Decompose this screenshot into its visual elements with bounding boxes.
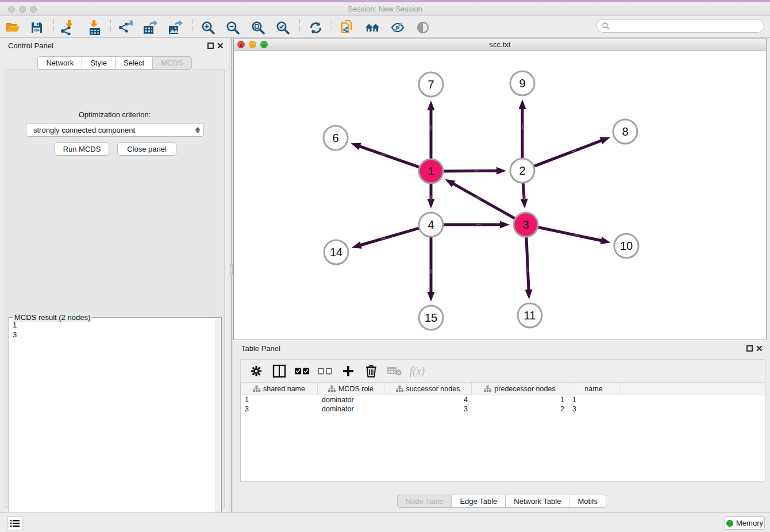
table-cell[interactable]: 1 [241, 395, 318, 404]
graph-edge-2-8[interactable] [532, 140, 603, 167]
tab-mcds[interactable]: MCDS [153, 56, 191, 70]
node-label: 7 [428, 78, 434, 91]
node-label: 14 [330, 246, 342, 259]
open-session-icon[interactable] [5, 20, 20, 35]
tab-motifs[interactable]: Motifs [569, 495, 606, 508]
close-table-panel-icon[interactable]: ✕ [756, 344, 763, 354]
column-header-predecessor-nodes[interactable]: predecessor nodes [472, 383, 568, 395]
column-header-MCDS-role[interactable]: MCDS role [318, 383, 384, 395]
hide-selected-icon[interactable] [390, 20, 405, 35]
select-stepper-icon [195, 127, 200, 133]
double-home-icon[interactable] [365, 20, 380, 35]
float-panel-icon[interactable] [207, 43, 214, 49]
mcds-result-text[interactable]: 1 3 [10, 320, 214, 532]
control-panel-title: Control Panel [8, 41, 53, 50]
graph-edge-3-10[interactable] [536, 227, 603, 241]
table-row[interactable]: 1dominator411 [241, 395, 765, 404]
table-cell[interactable]: 3 [241, 404, 318, 414]
zoom-in-icon[interactable] [201, 20, 215, 35]
node-label: 15 [425, 311, 437, 324]
result-scrollbar[interactable] [215, 319, 220, 532]
edge-arrowhead [521, 199, 528, 209]
divider-grip[interactable] [230, 264, 233, 275]
export-network-icon[interactable] [118, 20, 133, 35]
table-header: shared nameMCDS rolesuccessor nodesprede… [241, 383, 765, 395]
memory-status-icon [726, 520, 733, 527]
delete-row-icon[interactable] [364, 364, 379, 379]
tab-node-table[interactable]: Node Table [397, 495, 452, 508]
edge-arrowhead [519, 99, 526, 109]
close-panel-button[interactable]: Close panel [117, 142, 176, 156]
apply-layout-icon[interactable] [308, 20, 323, 35]
save-session-icon[interactable] [29, 20, 44, 35]
control-panel: Control Panel ✕ NetworkStyleSelectMCDS O… [0, 38, 229, 512]
graph-edge-3-1[interactable] [452, 183, 517, 220]
list-icon [10, 519, 20, 527]
graph-edge-1-2[interactable] [441, 171, 498, 171]
network-graph[interactable]: 7968124314101511 [234, 51, 766, 340]
toolbar-separator [299, 20, 300, 34]
column-pane-icon[interactable] [272, 364, 287, 379]
column-header-successor-nodes[interactable]: successor nodes [384, 383, 472, 395]
table-cell[interactable]: 4 [384, 395, 472, 404]
edge-arrowhead [600, 237, 611, 244]
node-label: 10 [620, 240, 633, 252]
tree-column-icon [253, 385, 260, 392]
table-cell[interactable]: 1 [472, 395, 568, 404]
edge-arrowhead [445, 179, 455, 187]
tab-style[interactable]: Style [82, 56, 116, 70]
tab-network-table[interactable]: Network Table [506, 495, 569, 508]
graph-edge-4-14[interactable] [359, 228, 421, 245]
zoom-fit-icon[interactable] [251, 20, 265, 35]
select-all-icon[interactable] [295, 364, 310, 379]
edge-arrowhead [352, 241, 362, 248]
function-builder-icon[interactable]: f(x) [410, 364, 425, 379]
table-cell[interactable]: 3 [384, 404, 472, 414]
float-table-panel-icon[interactable] [746, 345, 753, 352]
toolbar-separator [53, 20, 54, 34]
table-panel-title: Table Panel [241, 344, 280, 353]
export-table-icon[interactable] [143, 20, 157, 35]
import-table-icon[interactable] [87, 20, 102, 35]
task-history-button[interactable] [7, 516, 22, 530]
edge-arrowhead [500, 221, 510, 229]
node-label: 1 [428, 165, 434, 178]
clone-network-icon[interactable] [340, 20, 355, 35]
network-window-titlebar[interactable]: x − + scc.txt [234, 38, 766, 51]
delete-table-icon[interactable] [387, 364, 402, 379]
search-input[interactable] [610, 21, 764, 31]
table-cell[interactable]: dominator [318, 395, 384, 404]
table-settings-icon[interactable] [249, 364, 264, 379]
zoom-selected-icon[interactable] [275, 20, 290, 35]
zoom-out-icon[interactable] [225, 20, 240, 35]
graph-edge-3-11[interactable] [526, 235, 529, 291]
tab-select[interactable]: Select [116, 56, 153, 70]
import-network-icon[interactable] [60, 20, 75, 35]
search-field[interactable] [596, 19, 764, 33]
table-cell[interactable]: 3 [568, 404, 619, 414]
run-mcds-button[interactable]: Run MCDS [55, 142, 109, 156]
table-cell[interactable]: 2 [472, 404, 568, 414]
status-bar: Memory [0, 512, 770, 532]
tab-network[interactable]: Network [37, 56, 82, 70]
add-row-icon[interactable] [341, 364, 356, 379]
eye-icon[interactable] [415, 20, 430, 35]
memory-button[interactable]: Memory [725, 516, 765, 530]
export-image-icon[interactable] [168, 20, 183, 35]
criterion-value: strongly connected component [33, 126, 135, 134]
close-panel-icon[interactable]: ✕ [217, 41, 224, 51]
optimization-criterion-label: Optimization criterion: [5, 110, 224, 119]
table-cell[interactable]: dominator [318, 404, 384, 414]
unselect-all-icon[interactable] [318, 364, 333, 379]
split-divider[interactable] [229, 38, 233, 512]
network-canvas[interactable]: 7968124314101511 [234, 51, 766, 340]
column-header-shared-name[interactable]: shared name [241, 383, 318, 395]
table-cell[interactable]: 1 [568, 395, 619, 404]
criterion-select[interactable]: strongly connected component [26, 123, 204, 137]
graph-edge-1-6[interactable] [359, 146, 421, 168]
column-header-name[interactable]: name [568, 383, 619, 395]
tab-edge-table[interactable]: Edge Table [452, 495, 506, 508]
table-toolbar: f(x) [240, 359, 765, 383]
table-row[interactable]: 3dominator323 [241, 404, 765, 414]
search-icon [602, 22, 610, 30]
